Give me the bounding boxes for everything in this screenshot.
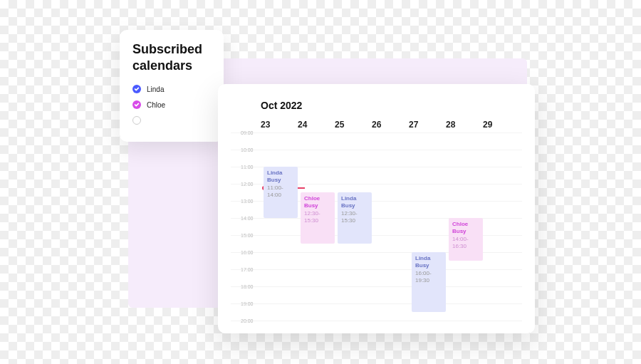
hour-label: 19:00 — [241, 301, 254, 306]
hour-row: 20:00 — [231, 321, 522, 338]
day-header[interactable]: 25 — [335, 120, 372, 130]
day-header[interactable]: 26 — [372, 120, 409, 130]
day-header[interactable]: 29 — [483, 120, 520, 130]
event-status: Busy — [415, 262, 443, 269]
subscription-label: Chloe — [147, 101, 165, 109]
calendar-month-title: Oct 2022 — [231, 100, 522, 111]
calendar-subscription-chloe[interactable]: Chloe — [132, 100, 211, 109]
subscribed-calendars-panel: Subscribed calendars Linda Chloe — [120, 30, 224, 142]
hour-label: 09:00 — [241, 130, 254, 135]
calendar-subscription-linda[interactable]: Linda — [132, 85, 211, 93]
hour-label: 13:00 — [241, 199, 254, 204]
calendar-event[interactable]: ChloeBusy12:30-15:30 — [301, 192, 335, 244]
hour-label: 12:00 — [241, 182, 254, 187]
event-time: 14:00-16:30 — [452, 236, 480, 250]
calendar-event[interactable]: LindaBusy11:00-14:00 — [264, 167, 298, 218]
event-time: 11:00-14:00 — [267, 184, 295, 199]
day-header[interactable]: 24 — [298, 120, 335, 130]
hour-row: 09:00 — [231, 132, 522, 150]
calendar-grid[interactable]: 09:0010:0011:0012:0013:0014:0015:0016:00… — [231, 132, 522, 326]
event-time: 12:30-15:30 — [341, 210, 369, 224]
checkmark-icon — [132, 100, 141, 109]
hour-label: 10:00 — [241, 147, 254, 152]
hour-label: 15:00 — [241, 233, 254, 238]
checkmark-icon — [132, 85, 141, 93]
calendar-event[interactable]: LindaBusy12:30-15:30 — [338, 192, 372, 244]
event-status: Busy — [267, 177, 295, 184]
day-header[interactable]: 23 — [261, 120, 298, 130]
hour-label: 20:00 — [241, 318, 254, 323]
hour-label: 16:00 — [241, 250, 254, 255]
event-status: Busy — [341, 202, 369, 209]
event-status: Busy — [304, 202, 332, 209]
event-owner: Linda — [415, 255, 443, 262]
subscription-label: Linda — [147, 85, 164, 93]
hour-row: 17:00 — [231, 269, 522, 286]
calendar-week-view: Oct 2022 23 24 25 26 27 28 29 09:0010:00… — [218, 84, 535, 333]
hour-row: 18:00 — [231, 286, 522, 303]
event-owner: Chloe — [304, 195, 332, 202]
hour-label: 14:00 — [241, 216, 254, 221]
day-header[interactable]: 27 — [409, 120, 446, 130]
hour-label: 17:00 — [241, 267, 254, 272]
hour-label: 11:00 — [241, 165, 254, 170]
subscribed-calendars-title: Subscribed calendars — [132, 41, 211, 73]
event-time: 12:30-15:30 — [304, 210, 332, 224]
event-owner: Chloe — [452, 221, 480, 228]
calendar-day-header: 23 24 25 26 27 28 29 — [231, 120, 522, 130]
hour-row: 19:00 — [231, 303, 522, 321]
calendar-event[interactable]: ChloeBusy14:00-16:30 — [449, 218, 483, 261]
day-header[interactable]: 28 — [446, 120, 483, 130]
event-status: Busy — [452, 228, 480, 235]
hour-label: 18:00 — [241, 284, 254, 289]
event-time: 16:00-19:30 — [415, 270, 443, 284]
event-owner: Linda — [341, 195, 369, 202]
calendar-subscription-empty[interactable] — [132, 116, 211, 125]
event-owner: Linda — [267, 170, 295, 177]
unchecked-icon — [132, 116, 141, 125]
calendar-event[interactable]: LindaBusy16:00-19:30 — [412, 252, 446, 312]
hour-row: 10:00 — [231, 150, 522, 167]
